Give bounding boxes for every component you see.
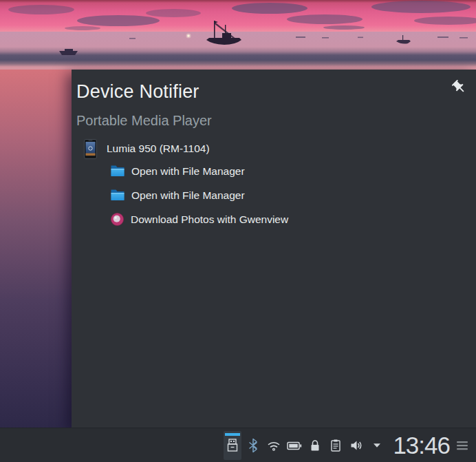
device-notifier-popup: Device Notifier Portable Media Player	[72, 70, 476, 428]
action-download-photos-gwenview[interactable]: Download Photos with Gwenview	[72, 207, 476, 231]
volume-icon	[349, 438, 364, 453]
tray-expand-caret[interactable]	[368, 431, 386, 460]
tray-volume[interactable]	[347, 431, 365, 460]
battery-icon	[286, 438, 303, 453]
action-open-file-manager-2[interactable]: Open with File Manager	[72, 183, 476, 207]
tray-battery[interactable]	[285, 431, 303, 460]
tray-device-notifier[interactable]	[224, 431, 241, 460]
active-indicator	[225, 433, 240, 436]
panel-menu-button[interactable]	[454, 431, 470, 460]
folder-blue-icon	[110, 165, 125, 178]
sunset-sea-image	[0, 0, 476, 70]
action-open-file-manager-1[interactable]: Open with File Manager	[72, 159, 476, 183]
hamburger-icon	[455, 439, 469, 452]
clipboard-icon	[328, 438, 343, 453]
device-name: Lumia 950 (RM-1104)	[107, 143, 210, 155]
tray-wifi[interactable]	[265, 431, 283, 460]
action-label: Open with File Manager	[131, 189, 245, 202]
folder-blue-icon	[110, 189, 125, 202]
digital-clock[interactable]: 13:46	[393, 433, 450, 457]
tray-clipboard[interactable]	[327, 431, 345, 460]
wifi-icon	[266, 439, 281, 452]
lock-icon	[307, 438, 323, 453]
desktop: Device Notifier Portable Media Player	[0, 0, 476, 462]
taskbar-panel: 13:46	[0, 428, 476, 462]
gwenview-icon	[110, 212, 125, 227]
tray-lock[interactable]	[306, 431, 324, 460]
popup-subtitle: Portable Media Player	[76, 113, 476, 129]
action-label: Download Photos with Gwenview	[131, 213, 288, 226]
action-label: Open with File Manager	[131, 165, 245, 178]
popup-title: Device Notifier	[76, 81, 476, 103]
pin-icon[interactable]	[450, 78, 468, 96]
device-row-lumia[interactable]: Lumia 950 (RM-1104)	[72, 138, 476, 159]
usb-device-icon	[225, 437, 240, 454]
bluetooth-icon	[247, 438, 259, 453]
caret-down-icon	[370, 439, 384, 452]
tray-bluetooth[interactable]	[244, 431, 262, 460]
smartphone-icon	[84, 139, 97, 159]
